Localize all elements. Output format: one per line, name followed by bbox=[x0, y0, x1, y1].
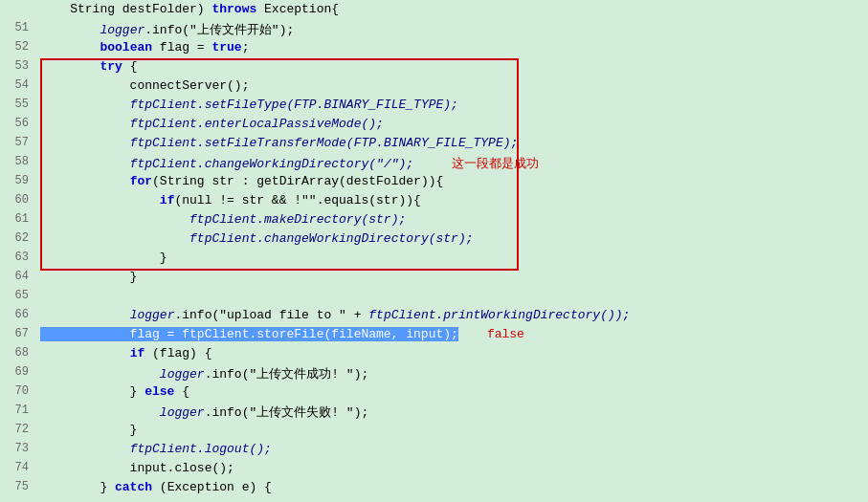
code-line: 59 for(String str : getDirArray(destFold… bbox=[0, 174, 868, 193]
line-number: 71 bbox=[0, 404, 36, 417]
code-line: String destFolder) throws Exception{ bbox=[0, 2, 868, 21]
code-line: 58 ftpClient.changeWorkingDirectory("/")… bbox=[0, 155, 868, 174]
code-line: 73 ftpClient.logout(); bbox=[0, 442, 868, 461]
line-content: ftpClient.setFileType(FTP.BINARY_FILE_TY… bbox=[36, 98, 868, 112]
line-content: boolean flag = true; bbox=[36, 40, 868, 55]
code-line: 72 } bbox=[0, 423, 868, 442]
line-content: } catch (Exception e) { bbox=[36, 480, 868, 494]
code-line: 53 try { bbox=[0, 59, 868, 78]
line-content: } bbox=[36, 270, 868, 284]
line-content: try { bbox=[36, 59, 868, 74]
line-number: 56 bbox=[0, 117, 36, 130]
code-line: 51 logger.info("上传文件开始"); bbox=[0, 21, 868, 40]
line-number: 64 bbox=[0, 270, 36, 283]
line-content: String destFolder) throws Exception{ bbox=[36, 2, 868, 16]
line-content: ftpClient.setFileTransferMode(FTP.BINARY… bbox=[36, 136, 868, 150]
line-content: ftpClient.enterLocalPassiveMode(); bbox=[36, 117, 868, 131]
line-content: flag = ftpClient.storeFile(fileName, inp… bbox=[36, 327, 868, 341]
line-number: 65 bbox=[0, 289, 36, 302]
line-number: 55 bbox=[0, 98, 36, 111]
line-number: 58 bbox=[0, 155, 36, 168]
line-content: logger.info("上传文件开始"); bbox=[36, 21, 868, 38]
line-number: 60 bbox=[0, 193, 36, 207]
line-number: 63 bbox=[0, 251, 36, 264]
code-line: 54 connectServer(); bbox=[0, 78, 868, 98]
code-line: 64 } bbox=[0, 270, 868, 289]
code-container: String destFolder) throws Exception{51 l… bbox=[0, 0, 868, 502]
line-number: 75 bbox=[0, 480, 36, 493]
line-number: 66 bbox=[0, 308, 36, 321]
code-line: 60 if(null != str && !"".equals(str)){ bbox=[0, 193, 868, 212]
line-content: } bbox=[36, 251, 868, 265]
code-line: 63 } bbox=[0, 251, 868, 270]
line-number: 73 bbox=[0, 442, 36, 455]
code-line: 65 bbox=[0, 289, 868, 308]
code-line: 69 logger.info("上传文件成功! "); bbox=[0, 365, 868, 384]
line-number: 74 bbox=[0, 461, 36, 474]
line-number: 72 bbox=[0, 423, 36, 436]
code-line: 55 ftpClient.setFileType(FTP.BINARY_FILE… bbox=[0, 98, 868, 117]
line-number: 62 bbox=[0, 231, 36, 245]
line-number: 67 bbox=[0, 327, 36, 340]
code-line: 68 if (flag) { bbox=[0, 346, 868, 365]
code-line: 66 logger.info("upload file to " + ftpCl… bbox=[0, 308, 868, 327]
line-content: ftpClient.changeWorkingDirectory("/");这一… bbox=[36, 155, 868, 172]
line-number: 59 bbox=[0, 174, 36, 187]
code-line: 70 } else { bbox=[0, 384, 868, 404]
line-content: ftpClient.logout(); bbox=[36, 442, 868, 456]
line-content: for(String str : getDirArray(destFolder)… bbox=[36, 174, 868, 188]
line-content: if (flag) { bbox=[36, 346, 868, 360]
false-annotation: false bbox=[487, 327, 524, 341]
line-number: 61 bbox=[0, 212, 36, 226]
line-content: ftpClient.makeDirectory(str); bbox=[36, 212, 868, 227]
code-line: 67 flag = ftpClient.storeFile(fileName, … bbox=[0, 327, 868, 346]
line-content: logger.info("上传文件成功! "); bbox=[36, 365, 868, 382]
line-number: 54 bbox=[0, 78, 36, 92]
line-number: 53 bbox=[0, 59, 36, 73]
line-number: 69 bbox=[0, 365, 36, 379]
code-line: 56 ftpClient.enterLocalPassiveMode(); bbox=[0, 117, 868, 136]
line-content: logger.info("上传文件失败! "); bbox=[36, 404, 868, 421]
success-annotation: 这一段都是成功 bbox=[452, 157, 539, 171]
line-content: } bbox=[36, 423, 868, 437]
code-line: 71 logger.info("上传文件失败! "); bbox=[0, 404, 868, 423]
code-line: 57 ftpClient.setFileTransferMode(FTP.BIN… bbox=[0, 136, 868, 155]
line-content: connectServer(); bbox=[36, 78, 868, 93]
line-content: } else { bbox=[36, 384, 868, 399]
line-number: 70 bbox=[0, 384, 36, 398]
line-number: 52 bbox=[0, 40, 36, 54]
code-line: 61 ftpClient.makeDirectory(str); bbox=[0, 212, 868, 231]
line-content: logger.info("upload file to " + ftpClien… bbox=[36, 308, 868, 322]
code-line: 74 input.close(); bbox=[0, 461, 868, 480]
line-number: 68 bbox=[0, 346, 36, 360]
line-number: 57 bbox=[0, 136, 36, 149]
line-content: if(null != str && !"".equals(str)){ bbox=[36, 193, 868, 207]
line-number: 51 bbox=[0, 21, 36, 34]
line-content: input.close(); bbox=[36, 461, 868, 475]
line-content: ftpClient.changeWorkingDirectory(str); bbox=[36, 231, 868, 246]
code-line: 75 } catch (Exception e) { bbox=[0, 480, 868, 499]
code-line: 52 boolean flag = true; bbox=[0, 40, 868, 59]
code-line: 62 ftpClient.changeWorkingDirectory(str)… bbox=[0, 231, 868, 251]
